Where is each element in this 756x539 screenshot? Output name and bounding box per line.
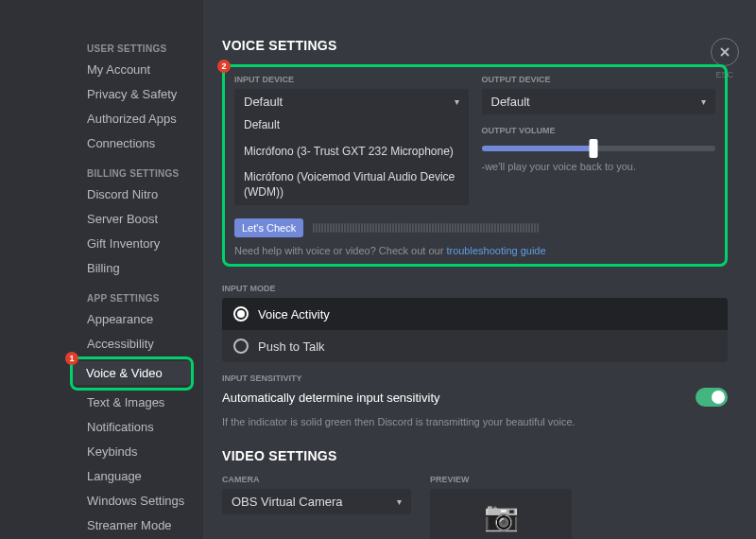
output-volume-label: OUTPUT VOLUME — [482, 126, 716, 135]
sidebar-item-text-images[interactable]: Text & Images — [74, 391, 194, 414]
input-sensitivity-label: INPUT SENSITIVITY — [222, 374, 728, 383]
sidebar-item-gift[interactable]: Gift Inventory — [74, 232, 194, 255]
sidebar-item-my-account[interactable]: My Account — [74, 58, 194, 81]
sidebar-item-connections[interactable]: Connections — [74, 131, 194, 155]
sidebar-item-voice-video[interactable]: Voice & Video — [73, 361, 191, 385]
annotation-marker-1: 1 — [65, 352, 78, 365]
chevron-down-icon: ▾ — [455, 96, 459, 107]
input-option-trust[interactable]: Micrófono (3- Trust GXT 232 Microphone) — [234, 139, 469, 165]
auto-sensitivity-label: Automatically determine input sensitivit… — [222, 391, 440, 405]
camera-select[interactable]: OBS Virtual Camera ▾ — [222, 489, 411, 514]
annotation-marker-2: 2 — [217, 60, 231, 73]
chevron-down-icon: ▾ — [701, 96, 706, 107]
camera-icon: 📷 — [484, 499, 519, 532]
input-device-label: INPUT DEVICE — [234, 75, 469, 84]
sidebar-item-streamer[interactable]: Streamer Mode — [74, 513, 194, 537]
output-device-select[interactable]: Default ▾ — [482, 89, 716, 114]
input-mode-voice-activity[interactable]: Voice Activity — [222, 298, 728, 330]
section-header-user: USER SETTINGS — [74, 38, 194, 58]
input-mode-group: Voice Activity Push to Talk — [222, 298, 728, 362]
input-mode-push-to-talk[interactable]: Push to Talk — [222, 330, 728, 362]
radio-label: Push to Talk — [258, 339, 325, 354]
camera-value: OBS Virtual Camera — [232, 495, 343, 509]
sidebar-item-appearance[interactable]: Appearance — [74, 307, 194, 331]
troubleshooting-link[interactable]: troubleshooting guide — [446, 245, 545, 256]
camera-label: CAMERA — [222, 475, 411, 484]
input-mode-label: INPUT MODE — [222, 284, 728, 293]
input-option-voicemod[interactable]: Micrófono (Voicemod Virtual Audio Device… — [234, 165, 469, 205]
sidebar-item-boost[interactable]: Server Boost — [74, 207, 194, 231]
input-device-dropdown: Default Micrófono (3- Trust GXT 232 Micr… — [234, 113, 469, 205]
auto-sensitivity-toggle[interactable] — [696, 388, 728, 407]
video-preview: 📷 Test Video — [430, 489, 572, 539]
radio-icon — [233, 306, 249, 322]
section-header-app: APP SETTINGS — [74, 287, 194, 307]
input-device-select[interactable]: Default ▾ — [234, 89, 469, 114]
sidebar-item-language[interactable]: Language — [74, 464, 194, 488]
output-device-label: OUTPUT DEVICE — [482, 75, 716, 84]
sidebar-item-billing[interactable]: Billing — [74, 256, 194, 280]
annotation-highlight-1: 1 Voice & Video — [70, 356, 194, 391]
section-header-billing: BILLING SETTINGS — [74, 163, 194, 183]
close-button[interactable] — [711, 38, 739, 66]
input-option-default[interactable]: Default — [234, 113, 469, 139]
output-volume-slider[interactable] — [482, 140, 716, 157]
preview-label: PREVIEW — [430, 475, 572, 484]
sidebar-item-keybinds[interactable]: Keybinds — [74, 440, 194, 463]
lets-check-button[interactable]: Let's Check — [234, 218, 303, 237]
sidebar-item-nitro[interactable]: Discord Nitro — [74, 183, 194, 206]
voice-meter — [313, 221, 540, 235]
sidebar-item-notifications[interactable]: Notifications — [74, 415, 194, 439]
input-device-value: Default — [244, 95, 283, 109]
radio-label: Voice Activity — [258, 307, 330, 322]
sidebar-item-privacy[interactable]: Privacy & Safety — [74, 82, 194, 106]
chevron-down-icon: ▾ — [397, 496, 402, 507]
voice-settings-title: VOICE SETTINGS — [222, 38, 728, 53]
sidebar-item-windows[interactable]: Windows Settings — [74, 489, 194, 513]
sensitivity-hint: If the indicator is solid green then Dis… — [222, 416, 728, 427]
sidebar-item-accessibility[interactable]: Accessibility — [74, 332, 194, 356]
radio-icon — [233, 339, 249, 354]
video-settings-title: VIDEO SETTINGS — [222, 448, 728, 463]
sidebar-item-authorized[interactable]: Authorized Apps — [74, 107, 194, 130]
annotation-highlight-2: 2 INPUT DEVICE Default ▾ Default Micrófo… — [222, 64, 728, 267]
mic-test-hint: -we'll play your voice back to you. — [482, 161, 716, 172]
output-device-value: Default — [491, 95, 530, 109]
help-text: Need help with voice or video? Check out… — [234, 245, 715, 256]
close-icon — [718, 45, 731, 59]
